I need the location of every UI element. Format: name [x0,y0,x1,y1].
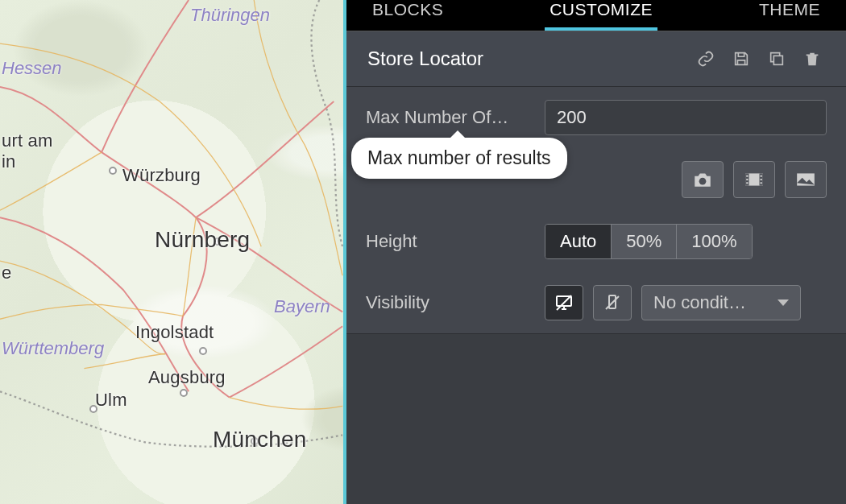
svg-line-15 [606,296,619,309]
trash-icon[interactable] [799,46,825,72]
svg-rect-6 [746,179,748,180]
tooltip-max-results: Max number of results [351,138,567,179]
svg-rect-8 [761,176,762,177]
tab-customize[interactable]: CUSTOMIZE [545,0,657,31]
map-region-label: Thüringen [190,5,270,26]
height-option-auto[interactable]: Auto [545,225,611,258]
height-option-100[interactable]: 100% [676,225,751,258]
map-city-dot [199,347,207,355]
svg-rect-9 [761,179,762,180]
visibility-condition-select[interactable]: No condit… [641,285,801,320]
label-max-results: Max Number Of… [366,107,529,128]
property-rows: Max Number Of… Max number of results [346,87,846,334]
map-region-label: Bayern [274,296,330,317]
mobile-hide-icon[interactable] [593,285,632,320]
panel-empty [346,334,846,504]
map-region-label: Hessen [2,58,62,79]
section-title: Store Locator [367,48,683,70]
max-results-input[interactable] [545,100,827,135]
label-height: Height [366,231,529,252]
map-preview[interactable]: ThüringenHessenBayernWürttembergWürzburg… [0,0,346,504]
svg-rect-0 [773,56,782,64]
video-icon[interactable] [733,161,775,198]
height-option-50[interactable]: 50% [611,225,676,258]
height-segmented: Auto 50% 100% [545,224,753,259]
map-city-label: Ingolstadt [135,322,214,343]
chevron-down-icon [778,300,789,306]
svg-rect-7 [746,182,748,184]
svg-rect-5 [746,176,748,177]
save-icon[interactable] [728,46,754,72]
map-city-label: Ulm [95,390,127,411]
map-city-label: urt am [2,130,53,151]
svg-rect-10 [761,182,762,184]
map-city-label: Augsburg [148,367,226,388]
panel-tabs: BLOCKS CUSTOMIZE THEME [346,0,846,31]
properties-panel: BLOCKS CUSTOMIZE THEME Store Locator Max… [346,0,846,504]
desktop-hide-icon[interactable] [545,285,583,320]
link-icon[interactable] [693,46,719,72]
section-header: Store Locator [346,31,846,87]
camera-icon[interactable] [682,161,724,198]
row-visibility: Visibility No condit… [346,272,846,333]
svg-point-1 [699,178,707,185]
label-visibility: Visibility [366,292,529,313]
visibility-condition-value: No condit… [653,292,769,313]
tab-blocks[interactable]: BLOCKS [367,0,448,31]
row-height: Height Auto 50% 100% [346,211,846,272]
map-city-label: in [2,151,16,172]
map-city-dot [109,167,117,175]
map-city-dot [180,389,188,397]
image-icon[interactable] [785,161,827,198]
map-city-label: e [2,262,11,283]
map-city-label: München [213,427,307,452]
map-region-label: Württemberg [2,338,104,359]
map-city-label: Nürnberg [155,227,250,253]
tab-theme[interactable]: THEME [754,0,825,31]
copy-icon[interactable] [764,46,790,72]
map-city-label: Würzburg [122,165,201,186]
